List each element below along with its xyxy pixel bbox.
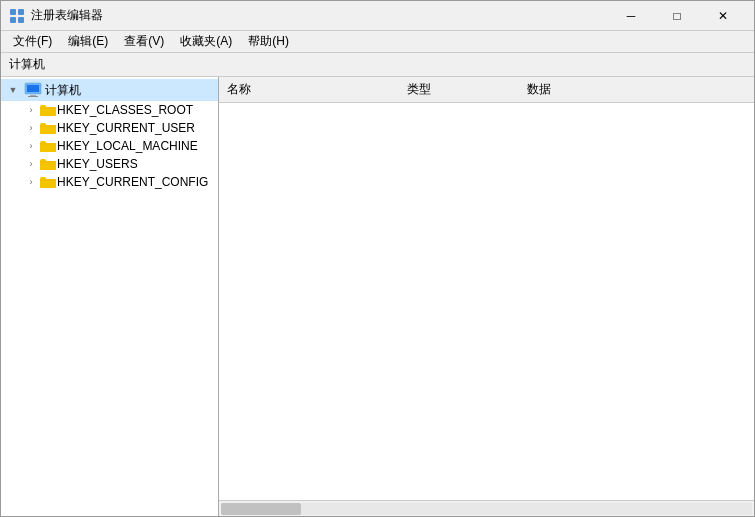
expand-arrow[interactable]: › bbox=[23, 174, 39, 190]
address-bar: 计算机 bbox=[1, 53, 754, 77]
menu-bar: 文件(F) 编辑(E) 查看(V) 收藏夹(A) 帮助(H) bbox=[1, 31, 754, 53]
scrollbar-thumb[interactable] bbox=[221, 503, 301, 515]
tree-item-current-user[interactable]: › HKEY_CURRENT_USER bbox=[21, 119, 218, 137]
scrollbar-track[interactable] bbox=[221, 503, 752, 515]
right-content-area bbox=[219, 103, 754, 500]
tree-panel: ▼ 计算机 › bbox=[1, 77, 219, 516]
col-header-data: 数据 bbox=[519, 79, 754, 100]
app-icon bbox=[9, 8, 25, 24]
menu-edit[interactable]: 编辑(E) bbox=[60, 31, 116, 52]
address-label: 计算机 bbox=[9, 56, 45, 73]
svg-rect-0 bbox=[10, 9, 16, 15]
col-header-type: 类型 bbox=[399, 79, 519, 100]
main-window: 注册表编辑器 ─ □ ✕ 文件(F) 编辑(E) 查看(V) 收藏夹(A) 帮助… bbox=[0, 0, 755, 517]
title-bar: 注册表编辑器 ─ □ ✕ bbox=[1, 1, 754, 31]
folder-icon bbox=[39, 157, 57, 171]
folder-icon bbox=[39, 175, 57, 189]
folder-icon bbox=[39, 103, 57, 117]
expand-arrow[interactable]: › bbox=[23, 102, 39, 118]
window-title: 注册表编辑器 bbox=[31, 7, 608, 24]
tree-item-classes-root[interactable]: › HKEY_CLASSES_ROOT bbox=[21, 101, 218, 119]
menu-help[interactable]: 帮助(H) bbox=[240, 31, 297, 52]
tree-root[interactable]: ▼ 计算机 bbox=[1, 79, 218, 101]
svg-rect-3 bbox=[18, 17, 24, 23]
maximize-button[interactable]: □ bbox=[654, 1, 700, 31]
folder-icon bbox=[39, 139, 57, 153]
root-label: 计算机 bbox=[45, 82, 81, 99]
content-area: ▼ 计算机 › bbox=[1, 77, 754, 516]
minimize-button[interactable]: ─ bbox=[608, 1, 654, 31]
svg-rect-1 bbox=[18, 9, 24, 15]
item-label: HKEY_CLASSES_ROOT bbox=[57, 103, 193, 117]
svg-rect-2 bbox=[10, 17, 16, 23]
expand-arrow[interactable]: › bbox=[23, 120, 39, 136]
item-label: HKEY_CURRENT_CONFIG bbox=[57, 175, 208, 189]
folder-icon bbox=[39, 121, 57, 135]
item-label: HKEY_USERS bbox=[57, 157, 138, 171]
item-label: HKEY_LOCAL_MACHINE bbox=[57, 139, 198, 153]
tree-item-current-config[interactable]: › HKEY_CURRENT_CONFIG bbox=[21, 173, 218, 191]
tree-item-local-machine[interactable]: › HKEY_LOCAL_MACHINE bbox=[21, 137, 218, 155]
menu-view[interactable]: 查看(V) bbox=[116, 31, 172, 52]
expand-arrow[interactable]: › bbox=[23, 156, 39, 172]
computer-icon bbox=[24, 81, 42, 99]
horizontal-scrollbar[interactable] bbox=[219, 500, 754, 516]
item-label: HKEY_CURRENT_USER bbox=[57, 121, 195, 135]
tree-children: › HKEY_CLASSES_ROOT › HKEY_CU bbox=[1, 101, 218, 191]
menu-favorites[interactable]: 收藏夹(A) bbox=[172, 31, 240, 52]
tree-item-users[interactable]: › HKEY_USERS bbox=[21, 155, 218, 173]
expand-icon[interactable]: ▼ bbox=[5, 82, 21, 98]
svg-rect-7 bbox=[28, 96, 38, 97]
window-controls: ─ □ ✕ bbox=[608, 1, 746, 31]
column-headers: 名称 类型 数据 bbox=[219, 77, 754, 103]
right-panel: 名称 类型 数据 bbox=[219, 77, 754, 516]
expand-arrow[interactable]: › bbox=[23, 138, 39, 154]
col-header-name: 名称 bbox=[219, 79, 399, 100]
svg-rect-5 bbox=[27, 85, 39, 92]
menu-file[interactable]: 文件(F) bbox=[5, 31, 60, 52]
close-button[interactable]: ✕ bbox=[700, 1, 746, 31]
